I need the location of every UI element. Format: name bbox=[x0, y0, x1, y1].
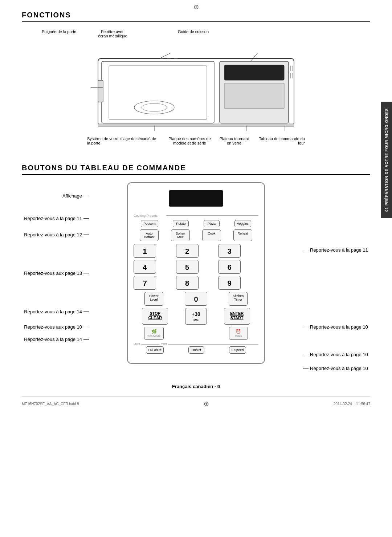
microwave-svg bbox=[87, 51, 305, 135]
ann-affichage-text: Affichage bbox=[62, 193, 82, 199]
ann-page13-left-text: Reportez-vous aux page 13 bbox=[24, 270, 82, 276]
ann-page10c-right-line bbox=[303, 369, 309, 369]
ann-page10c-right: Reportez-vous à la page 10 bbox=[303, 365, 370, 380]
ann-page12-left: Reportez-vous à la page 12 bbox=[22, 227, 89, 242]
svg-line-19 bbox=[250, 53, 258, 61]
btn-7[interactable]: 7 bbox=[134, 276, 156, 290]
btn-4[interactable]: 4 bbox=[134, 260, 156, 274]
left-annotations: Affichage Reportez-vous à la page 11 Rep… bbox=[22, 182, 93, 363]
ann-page11-right-line bbox=[303, 250, 309, 250]
ann-page10-right-line bbox=[303, 327, 309, 327]
btn-stop-clear[interactable]: STOP CLEAR bbox=[142, 308, 168, 325]
light-label-text: Light bbox=[134, 342, 140, 345]
btn-9[interactable]: 9 bbox=[218, 276, 241, 290]
label-plateau: Plateau tournanten verre bbox=[220, 137, 249, 145]
boutons-title: BOUTONS DU TABLEAU DE COMMANDE bbox=[22, 164, 370, 175]
btn-reheat[interactable]: Reheat bbox=[233, 229, 252, 241]
spacer bbox=[185, 327, 208, 340]
light-line bbox=[141, 344, 159, 345]
btn-popcorn[interactable]: Popcorn bbox=[141, 220, 158, 227]
ann-page11-left-text: Reportez-vous à la page 11 bbox=[24, 216, 82, 221]
btn-0[interactable]: 0 bbox=[185, 292, 207, 306]
ann-page12-left-text: Reportez-vous à la page 12 bbox=[24, 232, 82, 237]
ann-page12-left-line bbox=[83, 235, 89, 235]
btn-hi-lo-off[interactable]: Hi/Lo/Off bbox=[146, 346, 164, 354]
ann-page14b-left-text: Reportez-vous à la page 14 bbox=[24, 337, 82, 342]
ann-page10c-right-text: Reportez-vous à la page 10 bbox=[310, 366, 368, 371]
svg-point-5 bbox=[142, 103, 167, 111]
ann-page11-right-text: Reportez-vous à la page 11 bbox=[310, 247, 368, 253]
vent-line bbox=[168, 344, 258, 345]
eco-row: 🌿 Eco Mode ⏰ Clock bbox=[134, 327, 258, 340]
side-tab-text: 01 PRÉPARATION DE VOTRE FOUR MICRO-ONDES bbox=[385, 108, 389, 211]
microwave-diagram: Poignée de la porte Fenêtre avecécran mé… bbox=[22, 29, 370, 160]
btn-3[interactable]: 3 bbox=[218, 244, 241, 258]
defrost-row: AutoDefrost SoftenMelt Cook Reheat bbox=[134, 229, 258, 241]
ann-page10-right-text: Reportez-vous à la page 10 bbox=[310, 324, 368, 330]
panel-full-layout: Affichage Reportez-vous à la page 11 Rep… bbox=[22, 182, 370, 380]
ann-page14-left: Reportez-vous à la page 14 bbox=[22, 304, 89, 319]
page-container: ⊕ 01 PRÉPARATION DE VOTRE FOUR MICRO-OND… bbox=[0, 0, 392, 537]
btn-1[interactable]: 1 bbox=[134, 244, 156, 258]
microwave-svg-area bbox=[87, 51, 305, 136]
btn-5[interactable]: 5 bbox=[176, 260, 199, 274]
ann-page10b-right-line bbox=[303, 355, 309, 355]
ann-page11-right: Reportez-vous à la page 11 bbox=[303, 242, 370, 257]
light-vent-labels: Light Vent bbox=[134, 342, 258, 345]
btn-2-speed[interactable]: 2 Speed bbox=[229, 346, 246, 354]
panel-center: Cooking Presets Popcorn Potato Pizza Veg… bbox=[93, 182, 299, 364]
ann-page10b-right-text: Reportez-vous à la page 10 bbox=[310, 352, 368, 357]
cooking-presets-line bbox=[166, 215, 258, 216]
ann-page14b-left-line bbox=[83, 339, 89, 340]
svg-rect-7 bbox=[224, 65, 284, 80]
right-annotations: Reportez-vous à la page 11 Reportez-vous… bbox=[299, 182, 370, 380]
cooking-presets-row: Cooking Presets bbox=[134, 212, 258, 218]
light-vent-section: Light Vent Hi/Lo/Off On/Off 2 Speed bbox=[134, 342, 258, 354]
ann-page14-left-line bbox=[83, 312, 89, 312]
footer-datetime: 2014-02-24 11:56:47 bbox=[334, 402, 370, 406]
ann-page10-left-line bbox=[83, 327, 89, 327]
ann-affichage-line bbox=[83, 196, 89, 196]
crosshair-top: ⊕ bbox=[193, 3, 199, 11]
fonctions-title: FONCTIONS bbox=[22, 11, 370, 22]
label-systeme: Système de verrouillage de sécurité de l… bbox=[87, 137, 160, 145]
btn-plus30[interactable]: +30 sec bbox=[185, 308, 207, 325]
svg-rect-13 bbox=[98, 124, 294, 127]
label-poignee: Poignée de la porte bbox=[42, 29, 76, 34]
right-spacer-top bbox=[303, 182, 370, 242]
btn-8[interactable]: 8 bbox=[176, 276, 199, 290]
label-fenetre: Fenêtre avecécran métallique bbox=[98, 29, 127, 38]
btn-cook[interactable]: Cook bbox=[202, 229, 221, 241]
label-guide: Guide de cuisson bbox=[178, 29, 209, 34]
ann-page13-left-line bbox=[83, 273, 89, 273]
ann-page10-right: Reportez-vous à la page 10 bbox=[303, 319, 370, 334]
label-affichage-area: Affichage bbox=[22, 182, 89, 209]
label-plaque: Plaque des numéros demodèle et de série bbox=[168, 137, 211, 145]
btn-veggies[interactable]: Veggies bbox=[234, 220, 251, 227]
btn-6[interactable]: 6 bbox=[218, 260, 241, 274]
right-spacer-numbers bbox=[303, 257, 370, 319]
btn-clock[interactable]: ⏰ Clock bbox=[229, 327, 248, 340]
btn-enter-start[interactable]: ENTER START bbox=[224, 308, 250, 325]
btn-potato[interactable]: Potato bbox=[173, 220, 189, 227]
svg-rect-8 bbox=[224, 83, 284, 109]
svg-line-18 bbox=[160, 53, 171, 58]
label-tableau: Tableau de commande du four bbox=[258, 137, 305, 145]
ann-page14b-left: Reportez-vous à la page 14 bbox=[22, 334, 89, 363]
btn-eco-mode[interactable]: 🌿 Eco Mode bbox=[144, 327, 164, 340]
btn-kitchen-timer[interactable]: KitchenTimer bbox=[229, 292, 248, 306]
vent-label-text: Vent bbox=[161, 342, 167, 345]
btn-auto-defrost[interactable]: AutoDefrost bbox=[140, 229, 159, 241]
btn-2[interactable]: 2 bbox=[176, 244, 199, 258]
presets-row: Popcorn Potato Pizza Veggies bbox=[134, 220, 258, 227]
btn-on-off[interactable]: On/Off bbox=[188, 346, 204, 354]
ann-page10-left-text: Reportez-vous aux page 10 bbox=[24, 324, 82, 330]
ann-page11-left: Reportez-vous à la page 11 bbox=[22, 209, 89, 227]
ann-page14-left-text: Reportez-vous à la page 14 bbox=[24, 309, 82, 314]
ann-page10-left: Reportez-vous aux page 10 bbox=[22, 319, 89, 334]
cooking-presets-label: Cooking Presets bbox=[134, 214, 158, 217]
btn-power-level[interactable]: PowerLevel bbox=[144, 292, 163, 306]
btn-soften-melt[interactable]: SoftenMelt bbox=[171, 229, 190, 241]
display-screen bbox=[169, 190, 223, 207]
btn-pizza[interactable]: Pizza bbox=[204, 220, 220, 227]
